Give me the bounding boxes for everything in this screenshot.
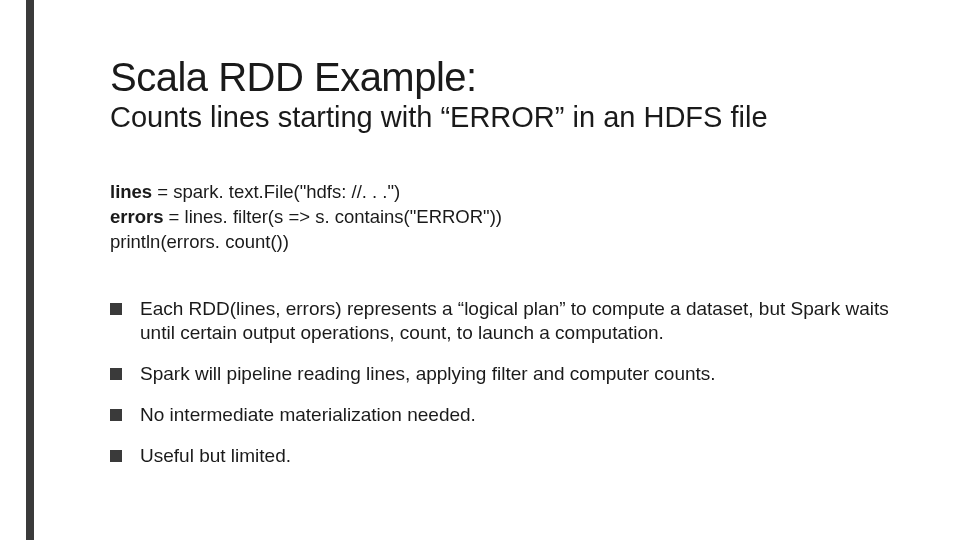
bullet-text: No intermediate materialization needed. <box>140 403 476 428</box>
code-block: lines = spark. text.File("hdfs: //. . ."… <box>110 180 902 255</box>
square-bullet-icon <box>110 368 122 380</box>
code-line-2: errors = lines. filter(s => s. contains(… <box>110 205 902 230</box>
slide-accent-bar <box>26 0 34 540</box>
code-line-1: lines = spark. text.File("hdfs: //. . ."… <box>110 180 902 205</box>
list-item: Each RDD(lines, errors) represents a “lo… <box>110 297 902 346</box>
code-var-errors: errors <box>110 206 163 227</box>
square-bullet-icon <box>110 409 122 421</box>
square-bullet-icon <box>110 450 122 462</box>
list-item: Useful but limited. <box>110 444 902 469</box>
code-var-lines: lines <box>110 181 152 202</box>
slide-title: Scala RDD Example: <box>110 56 902 98</box>
slide-subtitle: Counts lines starting with “ERROR” in an… <box>110 102 902 134</box>
bullet-text: Each RDD(lines, errors) represents a “lo… <box>140 297 902 346</box>
list-item: No intermediate materialization needed. <box>110 403 902 428</box>
code-line-1-rest: = spark. text.File("hdfs: //. . .") <box>152 181 400 202</box>
code-line-2-rest: = lines. filter(s => s. contains("ERROR"… <box>163 206 502 227</box>
bullet-list: Each RDD(lines, errors) represents a “lo… <box>110 297 902 468</box>
slide-content: Scala RDD Example: Counts lines starting… <box>110 56 902 484</box>
list-item: Spark will pipeline reading lines, apply… <box>110 362 902 387</box>
bullet-text: Useful but limited. <box>140 444 291 469</box>
square-bullet-icon <box>110 303 122 315</box>
code-line-3: println(errors. count()) <box>110 230 902 255</box>
bullet-text: Spark will pipeline reading lines, apply… <box>140 362 716 387</box>
